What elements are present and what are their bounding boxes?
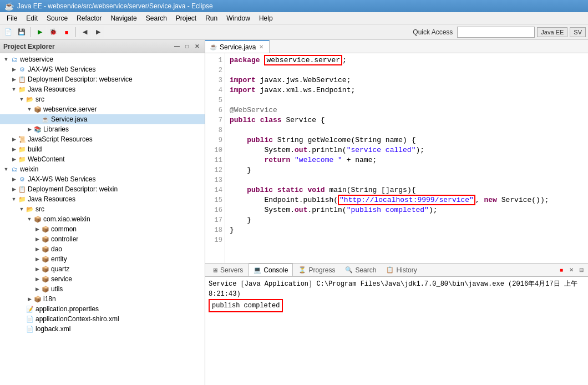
tree-item-common[interactable]: ▶ 📦 common [0,224,205,234]
tree-item-jaxws2[interactable]: ▶ ⚙ JAX-WS Web Services [0,174,205,184]
console-tab-servers[interactable]: 🖥 Servers [207,264,247,276]
console-tab-progress[interactable]: ⏳ Progress [294,264,339,276]
toolbar-run[interactable]: ▶ [34,26,46,38]
tree-item-src1[interactable]: ▼ 📂 src [0,94,205,104]
console-tab-history-label: History [396,266,417,274]
tree-arrow-webservice: ▼ [2,55,10,63]
menu-source[interactable]: Source [42,13,72,23]
menu-project[interactable]: Project [171,13,201,23]
tree-arrow-pkg2: ▼ [26,215,33,223]
console-publish-completed: publish completed [209,299,283,312]
tree-item-pkg2[interactable]: ▼ 📦 com.xiao.weixin [0,214,205,224]
tree-icon-entity: 📦 [41,255,50,264]
project-explorer-panel: Project Explorer — □ ✕ ▼ 🗂 webservice ▶ … [0,40,205,385]
tree-item-pkg1[interactable]: ▼ 📦 webservice.server [0,104,205,114]
menu-search[interactable]: Search [141,13,171,23]
console-tab-buttons: ■ ✕ ⊟ [557,266,586,275]
tree-arrow-jr2: ▼ [10,195,18,203]
tree-item-dao[interactable]: ▶ 📦 dao [0,244,205,254]
toolbar: 📄 💾 ▶ 🐞 ■ ◀ ▶ Quick Access Java EE SV [0,24,588,40]
code-content: package webservice.server; import javax.… [225,53,588,263]
tree-item-dd1[interactable]: ▶ 📋 Deployment Descriptor: webservice [0,74,205,84]
tree-icon-logback: 📄 [26,325,34,333]
console-stop-btn[interactable]: ■ [557,266,566,275]
toolbar-back[interactable]: ◀ [79,26,91,38]
tree-item-webservice[interactable]: ▼ 🗂 webservice [0,54,205,64]
tree-icon-dao: 📦 [41,245,50,254]
toolbar-stop[interactable]: ■ [60,26,73,38]
tree-item-i18n[interactable]: ▶ 📦 i18n [0,294,205,304]
editor-tab-service[interactable]: ☕ Service.java ✕ [205,40,270,53]
panel-minimize-btn[interactable]: — [173,42,181,51]
tree-item-js1[interactable]: ▶ 📜 JavaScript Resources [0,134,205,144]
tree-item-jr1[interactable]: ▼ 📁 Java Resources [0,84,205,94]
code-editor[interactable]: 12345 678910 1112131415 16171819 package… [205,53,588,263]
menu-window[interactable]: Window [222,13,255,23]
console-tab-progress-label: Progress [308,266,335,274]
tree-item-utils[interactable]: ▶ 📦 utils [0,284,205,294]
console-menu-btn[interactable]: ⊟ [577,266,586,275]
toolbar-sep-1 [31,27,31,37]
console-tab-search[interactable]: 🔍 Search [341,264,381,276]
progress-icon: ⏳ [298,266,306,273]
tree-arrow-build1: ▶ [10,145,18,153]
window-title: Java EE - webservice/src/webservice/serv… [17,2,213,10]
console-icon: 💻 [254,266,261,273]
tree-item-build1[interactable]: ▶ 📁 build [0,144,205,154]
panel-close-btn[interactable]: ✕ [192,42,201,51]
toolbar-save[interactable]: 💾 [16,26,28,38]
main-area: Project Explorer — □ ✕ ▼ 🗂 webservice ▶ … [0,40,588,385]
console-tab-history[interactable]: 📋 History [382,264,421,276]
menu-run[interactable]: Run [201,13,222,23]
editor-tab-close[interactable]: ✕ [258,43,265,50]
tree-label-i18n: i18n [43,295,56,303]
toolbar-debug[interactable]: 🐞 [47,26,59,38]
tree-label-js1: JavaScript Resources [28,135,93,143]
tree-item-dd2[interactable]: ▶ 📋 Deployment Descriptor: weixin [0,184,205,194]
toolbar-forward[interactable]: ▶ [92,26,104,38]
tree-item-controller[interactable]: ▶ 📦 controller [0,234,205,244]
tree-label-controller: controller [51,235,78,243]
toolbar-new[interactable]: 📄 [2,26,14,38]
tree-icon-pkg2: 📦 [33,215,42,224]
tree-icon-build1: 📁 [18,145,27,154]
tree-item-wc1[interactable]: ▶ 📁 WebContent [0,154,205,164]
tree-item-jaxws1[interactable]: ▶ ⚙ JAX-WS Web Services [0,64,205,74]
perspective-java-ee[interactable]: Java EE [537,27,567,37]
tree-item-service[interactable]: ▶ 📦 service [0,274,205,284]
tree-arrow-entity: ▶ [33,255,41,263]
tree-item-lib1[interactable]: ▶ 📚 Libraries [0,124,205,134]
servers-icon: 🖥 [212,267,218,273]
menu-file[interactable]: File [2,13,22,23]
tree-arrow-jaxws1: ▶ [10,65,18,73]
tree-icon-jr2: 📁 [18,195,27,204]
tree-item-src2[interactable]: ▼ 📂 src [0,204,205,214]
console-close-btn[interactable]: ✕ [567,266,576,275]
menu-help[interactable]: Help [255,13,277,23]
menu-refactor[interactable]: Refactor [72,13,106,23]
console-tab-console[interactable]: 💻 Console [249,264,293,276]
tree-label-utils: utils [51,285,63,293]
tree-arrow-controller: ▶ [33,235,41,243]
panel-maximize-btn[interactable]: □ [183,42,191,51]
toolbar-sep-2 [75,27,76,37]
menu-bar: File Edit Source Refactor Navigate Searc… [0,12,588,24]
tree-item-svcjava[interactable]: ▶ ☕ Service.java [0,114,205,124]
project-explorer-title: Project Explorer [3,43,55,50]
tree-label-weixin: weixin [20,165,38,173]
tree-item-logback[interactable]: ▶ 📄 logback.xml [0,324,205,334]
tree-item-appprop[interactable]: ▶ 📝 application.properties [0,304,205,314]
perspective-sv[interactable]: SV [570,27,586,37]
tree-icon-js1: 📜 [18,135,27,144]
tree-icon-service: 📦 [41,275,50,283]
menu-edit[interactable]: Edit [22,13,42,23]
tree-item-jr2[interactable]: ▼ 📁 Java Resources [0,194,205,204]
tree-item-quartz[interactable]: ▶ 📦 quartz [0,264,205,274]
quick-access-input[interactable] [457,27,535,38]
tree-item-weixin[interactable]: ▼ 🗂 weixin [0,164,205,174]
tree-item-entity[interactable]: ▶ 📦 entity [0,254,205,264]
search-icon: 🔍 [345,266,353,273]
project-tree: ▼ 🗂 webservice ▶ ⚙ JAX-WS Web Services ▶… [0,53,205,385]
menu-navigate[interactable]: Navigate [106,13,141,23]
tree-item-appctx[interactable]: ▶ 📄 applicationContext-shiro.xml [0,314,205,324]
